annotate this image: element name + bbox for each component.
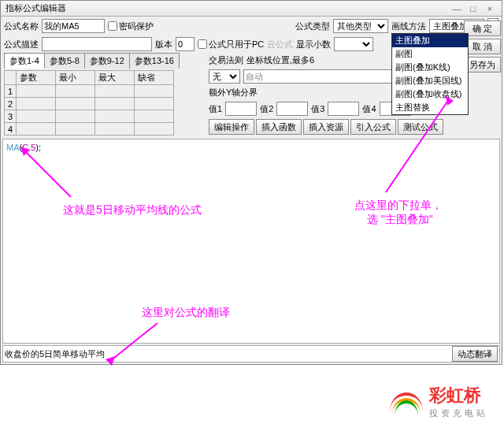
ver-label: 版本 bbox=[155, 39, 172, 50]
param-table: 参数最小最大缺省 1 2 3 4 bbox=[4, 70, 174, 136]
code-editor[interactable]: MA(C,5); bbox=[2, 139, 500, 344]
test-button[interactable]: 测试公式 bbox=[398, 119, 443, 135]
maximize-icon[interactable]: □ bbox=[466, 4, 480, 13]
param-tabs: 参数1-4 参数5-8 参数9-12 参数13-16 bbox=[1, 53, 206, 69]
watermark-logo: 彩虹桥 投资充电站 bbox=[390, 384, 488, 419]
tab-params-13-16[interactable]: 参数13-16 bbox=[129, 53, 180, 69]
param-cell[interactable] bbox=[17, 85, 56, 98]
insert-res-button[interactable]: 插入资源 bbox=[303, 119, 349, 135]
import-button[interactable]: 引入公式 bbox=[350, 119, 396, 135]
coord-label: 坐标线位置,最多6 bbox=[246, 54, 314, 66]
pwd-checkbox[interactable] bbox=[108, 21, 117, 31]
extra-label: 额外Y轴分界 bbox=[209, 87, 258, 99]
tab-params-1-4[interactable]: 参数1-4 bbox=[4, 53, 45, 69]
cloud-label: 云公式 bbox=[267, 39, 293, 50]
dropdown-item[interactable]: 副图 bbox=[392, 47, 468, 61]
tab-params-9-12[interactable]: 参数9-12 bbox=[84, 53, 130, 69]
val3-input[interactable] bbox=[328, 102, 359, 116]
tab-params-5-8[interactable]: 参数5-8 bbox=[44, 53, 85, 69]
edit-button[interactable]: 编辑操作 bbox=[209, 119, 254, 135]
rainbow-icon bbox=[390, 392, 423, 411]
dec-select[interactable] bbox=[334, 37, 373, 51]
val1-input[interactable] bbox=[225, 102, 257, 116]
dec-label: 显示小数 bbox=[296, 39, 331, 50]
rule-select[interactable]: 无 bbox=[209, 69, 240, 84]
translate-button[interactable]: 动态翻译 bbox=[452, 346, 498, 362]
desc-label: 公式描述 bbox=[4, 39, 39, 50]
draw-dropdown: 主图叠加 副图 副图(叠加K线) 副图(叠加美国线) 副图(叠加收盘线) 主图替… bbox=[391, 33, 469, 115]
window-title: 指标公式编辑器 bbox=[6, 2, 66, 14]
draw-label: 画线方法 bbox=[391, 20, 426, 32]
rule-label: 交易法则 bbox=[209, 54, 243, 66]
translation-output: 收盘价的5日简单移动平均 bbox=[5, 348, 105, 360]
dropdown-item[interactable]: 副图(叠加K线) bbox=[392, 61, 468, 74]
name-input[interactable] bbox=[42, 19, 105, 33]
insert-fn-button[interactable]: 插入函数 bbox=[256, 119, 302, 135]
ok-button[interactable]: 确 定 bbox=[464, 20, 501, 36]
cancel-button[interactable]: 取 消 bbox=[464, 39, 501, 54]
minimize-icon[interactable]: — bbox=[450, 4, 464, 13]
dropdown-item[interactable]: 主图替换 bbox=[392, 101, 468, 114]
close-icon[interactable]: × bbox=[483, 4, 497, 13]
auto-input[interactable] bbox=[243, 69, 401, 84]
titlebar: 指标公式编辑器 — □ × bbox=[1, 1, 502, 17]
dropdown-item[interactable]: 副图(叠加收盘线) bbox=[392, 87, 468, 101]
val2-input[interactable] bbox=[276, 102, 308, 116]
saveas-button[interactable]: 另存为 bbox=[464, 57, 501, 72]
name-label: 公式名称 bbox=[4, 20, 39, 32]
dropdown-item[interactable]: 副图(叠加美国线) bbox=[392, 74, 468, 87]
desc-input[interactable] bbox=[42, 37, 152, 51]
dropdown-item[interactable]: 主图叠加 bbox=[392, 34, 468, 47]
pconly-checkbox[interactable] bbox=[198, 39, 207, 49]
type-select[interactable]: 其他类型 bbox=[333, 19, 388, 33]
type-label: 公式类型 bbox=[295, 20, 330, 32]
ver-input[interactable] bbox=[176, 37, 195, 51]
